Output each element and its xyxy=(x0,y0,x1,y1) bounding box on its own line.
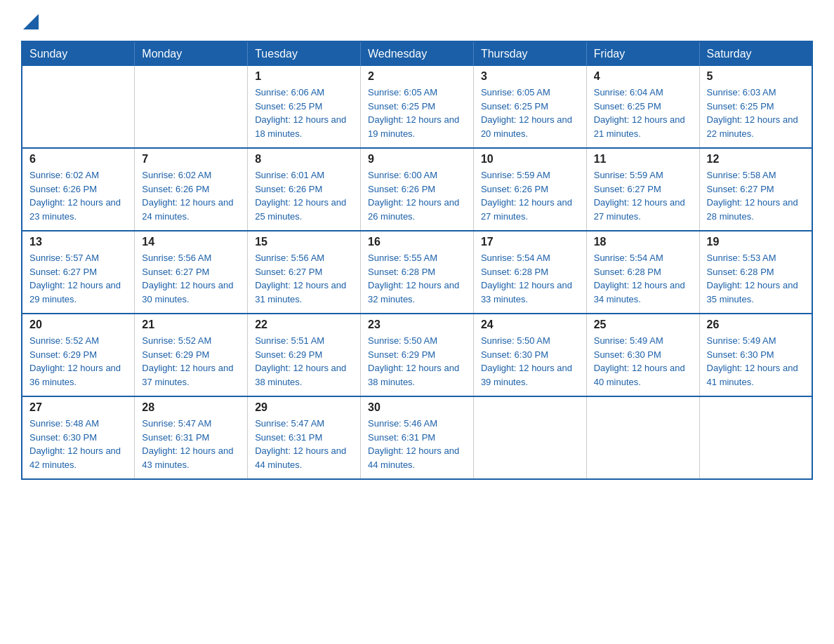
day-number: 15 xyxy=(255,236,353,248)
day-sun-info: Sunrise: 5:47 AMSunset: 6:31 PMDaylight:… xyxy=(142,417,240,471)
calendar-cell: 12Sunrise: 5:58 AMSunset: 6:27 PMDayligh… xyxy=(699,148,812,231)
day-sun-info: Sunrise: 5:55 AMSunset: 6:28 PMDaylight:… xyxy=(368,251,466,306)
day-number: 19 xyxy=(707,236,805,248)
calendar-week-row: 13Sunrise: 5:57 AMSunset: 6:27 PMDayligh… xyxy=(22,231,812,314)
day-number: 18 xyxy=(594,236,692,248)
day-sun-info: Sunrise: 5:48 AMSunset: 6:30 PMDaylight:… xyxy=(29,417,127,471)
day-number: 12 xyxy=(707,153,805,166)
day-sun-info: Sunrise: 5:50 AMSunset: 6:30 PMDaylight:… xyxy=(481,334,579,389)
day-number: 29 xyxy=(255,401,353,414)
calendar-cell: 11Sunrise: 5:59 AMSunset: 6:27 PMDayligh… xyxy=(586,148,699,231)
logo xyxy=(21,14,39,27)
day-sun-info: Sunrise: 6:05 AMSunset: 6:25 PMDaylight:… xyxy=(368,86,466,140)
day-number: 1 xyxy=(255,70,353,83)
day-number: 28 xyxy=(142,401,240,414)
day-sun-info: Sunrise: 6:02 AMSunset: 6:26 PMDaylight:… xyxy=(142,168,240,223)
weekday-header-friday: Friday xyxy=(586,41,699,66)
day-number: 4 xyxy=(594,70,692,83)
day-sun-info: Sunrise: 5:52 AMSunset: 6:29 PMDaylight:… xyxy=(29,334,127,389)
day-sun-info: Sunrise: 5:58 AMSunset: 6:27 PMDaylight:… xyxy=(707,168,805,223)
weekday-header-monday: Monday xyxy=(135,41,248,66)
day-number: 17 xyxy=(481,236,579,248)
calendar-week-row: 27Sunrise: 5:48 AMSunset: 6:30 PMDayligh… xyxy=(22,396,812,479)
day-sun-info: Sunrise: 6:03 AMSunset: 6:25 PMDaylight:… xyxy=(707,86,805,140)
day-sun-info: Sunrise: 5:54 AMSunset: 6:28 PMDaylight:… xyxy=(481,251,579,306)
day-number: 30 xyxy=(368,401,466,414)
calendar-cell: 30Sunrise: 5:46 AMSunset: 6:31 PMDayligh… xyxy=(361,396,474,479)
day-sun-info: Sunrise: 5:56 AMSunset: 6:27 PMDaylight:… xyxy=(142,251,240,306)
logo-line1 xyxy=(21,14,39,29)
day-number: 8 xyxy=(255,153,353,166)
calendar-cell: 13Sunrise: 5:57 AMSunset: 6:27 PMDayligh… xyxy=(22,231,135,314)
calendar-cell: 27Sunrise: 5:48 AMSunset: 6:30 PMDayligh… xyxy=(22,396,135,479)
day-number: 26 xyxy=(707,318,805,331)
day-sun-info: Sunrise: 5:50 AMSunset: 6:29 PMDaylight:… xyxy=(368,334,466,389)
day-number: 27 xyxy=(29,401,127,414)
calendar-week-row: 1Sunrise: 6:06 AMSunset: 6:25 PMDaylight… xyxy=(22,66,812,148)
day-sun-info: Sunrise: 5:53 AMSunset: 6:28 PMDaylight:… xyxy=(707,251,805,306)
calendar-week-row: 20Sunrise: 5:52 AMSunset: 6:29 PMDayligh… xyxy=(22,314,812,396)
calendar-cell xyxy=(135,66,248,148)
day-number: 3 xyxy=(481,70,579,83)
day-sun-info: Sunrise: 5:47 AMSunset: 6:31 PMDaylight:… xyxy=(255,417,353,471)
day-number: 9 xyxy=(368,153,466,166)
day-number: 25 xyxy=(594,318,692,331)
weekday-header-thursday: Thursday xyxy=(473,41,586,66)
calendar-cell: 17Sunrise: 5:54 AMSunset: 6:28 PMDayligh… xyxy=(473,231,586,314)
day-number: 11 xyxy=(594,153,692,166)
calendar-cell: 3Sunrise: 6:05 AMSunset: 6:25 PMDaylight… xyxy=(473,66,586,148)
page-header xyxy=(21,14,813,27)
logo-arrow-icon xyxy=(23,14,39,29)
calendar-cell: 24Sunrise: 5:50 AMSunset: 6:30 PMDayligh… xyxy=(473,314,586,396)
calendar-table: SundayMondayTuesdayWednesdayThursdayFrid… xyxy=(21,41,813,480)
calendar-cell xyxy=(473,396,586,479)
weekday-header-sunday: Sunday xyxy=(22,41,135,66)
day-sun-info: Sunrise: 6:00 AMSunset: 6:26 PMDaylight:… xyxy=(368,168,466,223)
day-sun-info: Sunrise: 5:52 AMSunset: 6:29 PMDaylight:… xyxy=(142,334,240,389)
day-sun-info: Sunrise: 6:05 AMSunset: 6:25 PMDaylight:… xyxy=(481,86,579,140)
day-sun-info: Sunrise: 6:01 AMSunset: 6:26 PMDaylight:… xyxy=(255,168,353,223)
day-sun-info: Sunrise: 5:57 AMSunset: 6:27 PMDaylight:… xyxy=(29,251,127,306)
day-sun-info: Sunrise: 5:49 AMSunset: 6:30 PMDaylight:… xyxy=(594,334,692,389)
calendar-cell: 2Sunrise: 6:05 AMSunset: 6:25 PMDaylight… xyxy=(361,66,474,148)
calendar-cell: 26Sunrise: 5:49 AMSunset: 6:30 PMDayligh… xyxy=(699,314,812,396)
day-sun-info: Sunrise: 6:04 AMSunset: 6:25 PMDaylight:… xyxy=(594,86,692,140)
calendar-week-row: 6Sunrise: 6:02 AMSunset: 6:26 PMDaylight… xyxy=(22,148,812,231)
day-number: 24 xyxy=(481,318,579,331)
calendar-cell: 23Sunrise: 5:50 AMSunset: 6:29 PMDayligh… xyxy=(361,314,474,396)
day-number: 16 xyxy=(368,236,466,248)
calendar-cell: 21Sunrise: 5:52 AMSunset: 6:29 PMDayligh… xyxy=(135,314,248,396)
calendar-cell: 29Sunrise: 5:47 AMSunset: 6:31 PMDayligh… xyxy=(248,396,361,479)
calendar-cell: 16Sunrise: 5:55 AMSunset: 6:28 PMDayligh… xyxy=(361,231,474,314)
day-number: 2 xyxy=(368,70,466,83)
calendar-cell: 18Sunrise: 5:54 AMSunset: 6:28 PMDayligh… xyxy=(586,231,699,314)
calendar-cell: 7Sunrise: 6:02 AMSunset: 6:26 PMDaylight… xyxy=(135,148,248,231)
day-sun-info: Sunrise: 5:59 AMSunset: 6:26 PMDaylight:… xyxy=(481,168,579,223)
calendar-cell: 5Sunrise: 6:03 AMSunset: 6:25 PMDaylight… xyxy=(699,66,812,148)
calendar-cell: 22Sunrise: 5:51 AMSunset: 6:29 PMDayligh… xyxy=(248,314,361,396)
day-sun-info: Sunrise: 6:02 AMSunset: 6:26 PMDaylight:… xyxy=(29,168,127,223)
day-number: 14 xyxy=(142,236,240,248)
day-number: 21 xyxy=(142,318,240,331)
day-sun-info: Sunrise: 5:51 AMSunset: 6:29 PMDaylight:… xyxy=(255,334,353,389)
weekday-header-saturday: Saturday xyxy=(699,41,812,66)
calendar-cell xyxy=(22,66,135,148)
day-sun-info: Sunrise: 5:46 AMSunset: 6:31 PMDaylight:… xyxy=(368,417,466,471)
calendar-cell: 14Sunrise: 5:56 AMSunset: 6:27 PMDayligh… xyxy=(135,231,248,314)
calendar-cell: 1Sunrise: 6:06 AMSunset: 6:25 PMDaylight… xyxy=(248,66,361,148)
day-number: 23 xyxy=(368,318,466,331)
day-number: 13 xyxy=(29,236,127,248)
calendar-cell: 20Sunrise: 5:52 AMSunset: 6:29 PMDayligh… xyxy=(22,314,135,396)
calendar-cell: 28Sunrise: 5:47 AMSunset: 6:31 PMDayligh… xyxy=(135,396,248,479)
calendar-cell: 6Sunrise: 6:02 AMSunset: 6:26 PMDaylight… xyxy=(22,148,135,231)
calendar-cell xyxy=(699,396,812,479)
day-number: 20 xyxy=(29,318,127,331)
day-number: 7 xyxy=(142,153,240,166)
day-sun-info: Sunrise: 6:06 AMSunset: 6:25 PMDaylight:… xyxy=(255,86,353,140)
day-number: 6 xyxy=(29,153,127,166)
calendar-cell: 10Sunrise: 5:59 AMSunset: 6:26 PMDayligh… xyxy=(473,148,586,231)
calendar-cell: 8Sunrise: 6:01 AMSunset: 6:26 PMDaylight… xyxy=(248,148,361,231)
weekday-header-wednesday: Wednesday xyxy=(361,41,474,66)
calendar-header-row: SundayMondayTuesdayWednesdayThursdayFrid… xyxy=(22,41,812,66)
calendar-cell: 25Sunrise: 5:49 AMSunset: 6:30 PMDayligh… xyxy=(586,314,699,396)
